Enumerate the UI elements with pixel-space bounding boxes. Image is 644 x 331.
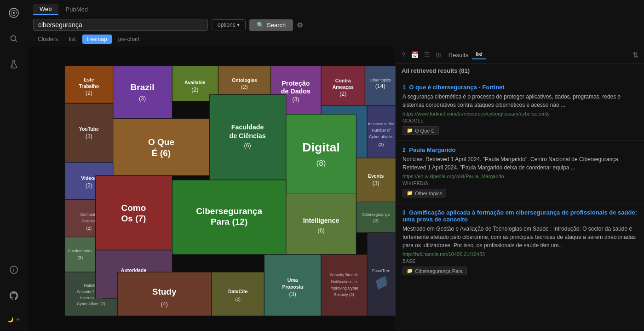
result-num-3: 3 xyxy=(402,209,406,216)
cell-foamtree[interactable] xyxy=(367,232,396,316)
chart-icon[interactable]: ⊞ xyxy=(436,51,441,58)
result-tag-text-3: Cibersegurança Para xyxy=(415,268,463,274)
result-url-3: http://hdl.handle.net/10400.21/16433 xyxy=(402,251,638,257)
tab-pubmed[interactable]: PubMed xyxy=(59,4,94,15)
result-num-1: 1 xyxy=(402,84,406,91)
result-url-2: https://en.wikipedia.org/wiki/Paula_Marg… xyxy=(402,174,638,179)
cell-ciberseg-para[interactable] xyxy=(172,180,286,255)
cell-ontologies[interactable] xyxy=(218,66,270,94)
cell-ciberseg2[interactable] xyxy=(356,202,396,233)
sidebar-icon-logo[interactable] xyxy=(6,5,22,21)
result-source-3: Base xyxy=(402,259,638,264)
result-tag-3[interactable]: 📁 Cibersegurança Para xyxy=(402,267,467,275)
cell-este-trabalho[interactable] xyxy=(65,66,113,103)
browser-tabs: Web PubMed xyxy=(33,4,638,15)
search-input-wrap xyxy=(33,19,208,31)
results-tab-list[interactable]: list xyxy=(472,50,486,59)
search-row: options ▾ 🔍 Search ⚙ xyxy=(33,19,638,35)
svg-point-8 xyxy=(13,268,14,269)
folder-icon-2: 📁 xyxy=(407,190,413,196)
cell-study[interactable] xyxy=(117,272,212,316)
view-treemap[interactable]: treemap xyxy=(82,35,112,44)
folder-icon-1: 📁 xyxy=(407,128,413,134)
result-url-1: https://www.fortinet.com/br/resources/cy… xyxy=(402,111,638,116)
search-button[interactable]: 🔍 Search xyxy=(249,19,293,31)
result-title-row-3: 3 Gamificação aplicada à formação em cib… xyxy=(402,209,638,223)
result-title-row-1: 1 O que é cibersegurança - Fortinet xyxy=(402,84,638,91)
svg-line-3 xyxy=(16,41,17,42)
cell-security-breach[interactable] xyxy=(321,255,367,316)
result-snippet-3: Mestrado em Gestão e Avaliação de Tecnol… xyxy=(402,225,638,250)
svg-point-5 xyxy=(14,67,14,67)
cell-contra-ameacas[interactable] xyxy=(321,66,365,105)
svg-point-4 xyxy=(12,66,13,67)
result-title-3[interactable]: Gamificação aplicada à formação em ciber… xyxy=(402,209,637,223)
content-area: Este Trabalho (2) Brazil (3) Available (… xyxy=(28,46,644,331)
treemap-svg: Este Trabalho (2) Brazil (3) Available (… xyxy=(28,46,396,331)
view-clusters[interactable]: Clusters xyxy=(33,35,63,44)
moon-icon: 🌙 xyxy=(7,317,14,323)
svg-point-1 xyxy=(13,12,15,14)
calendar-icon[interactable]: 📅 xyxy=(411,51,419,58)
advanced-settings-icon[interactable]: ⚙ xyxy=(297,21,303,29)
cell-youtube[interactable] xyxy=(65,103,113,163)
sidebar-icon-github[interactable] xyxy=(6,287,22,304)
result-tag-1[interactable]: 📁 O Que É xyxy=(402,126,439,135)
options-button[interactable]: options ▾ xyxy=(212,19,246,30)
results-label: Results xyxy=(448,52,468,58)
cell-como-os[interactable] xyxy=(96,175,172,250)
result-item-3: 3 Gamificação aplicada à formação em cib… xyxy=(396,203,644,281)
results-panel: ? 📅 ☰ ⊞ Results list ⇅ All retrieved res… xyxy=(396,46,644,331)
question-icon[interactable]: ? xyxy=(402,51,405,58)
result-item-2: 2 Paula Margarido Notícias. Retrieved 1 … xyxy=(396,141,644,203)
results-count: All retrieved results (81) xyxy=(396,64,644,78)
sidebar-icon-search[interactable] xyxy=(6,30,22,47)
cell-datacite[interactable] xyxy=(212,272,264,316)
sun-icon: ☀ xyxy=(16,317,20,323)
result-title-1[interactable]: O que é cibersegurança - Fortinet xyxy=(409,84,504,91)
sidebar: 🌙 ☀ xyxy=(0,0,28,331)
list-icon[interactable]: ☰ xyxy=(424,51,430,58)
result-tag-text-2: Other topics xyxy=(415,191,442,196)
result-title-row-2: 2 Paula Margarido xyxy=(402,146,638,153)
cell-increase-cyber[interactable] xyxy=(367,105,396,158)
cell-o-que-e[interactable] xyxy=(113,119,210,176)
sidebar-icon-info[interactable] xyxy=(6,261,22,278)
folder-icon-3: 📁 xyxy=(407,268,413,274)
result-snippet-2: Notícias. Retrieved 1 April 2024. "Paula… xyxy=(402,155,638,172)
sidebar-icon-flask[interactable] xyxy=(6,56,22,73)
result-num-2: 2 xyxy=(402,147,406,153)
result-title-2[interactable]: Paula Margarido xyxy=(409,146,455,153)
result-tag-text-1: O Que É xyxy=(415,128,435,134)
view-list[interactable]: list xyxy=(64,35,80,44)
cell-brazil[interactable] xyxy=(113,66,172,118)
result-snippet-1: A segurança cibernética é o processo de … xyxy=(402,93,638,109)
search-icon: 🔍 xyxy=(257,22,264,29)
theme-toggle[interactable]: 🌙 ☀ xyxy=(4,313,24,326)
result-tag-2[interactable]: 📁 Other topics xyxy=(402,189,446,197)
tab-web[interactable]: Web xyxy=(33,4,58,15)
result-source-1: Google xyxy=(402,118,638,123)
cell-uma-proposta[interactable] xyxy=(264,255,321,316)
cell-events[interactable] xyxy=(356,158,396,202)
search-input[interactable] xyxy=(38,21,203,29)
treemap-area: Este Trabalho (2) Brazil (3) Available (… xyxy=(28,46,396,331)
adjust-icon[interactable]: ⇅ xyxy=(632,51,638,59)
cell-other-topics[interactable] xyxy=(365,66,396,105)
result-item-1: 1 O que é cibersegurança - Fortinet A se… xyxy=(396,78,644,141)
result-source-2: Wikipedia xyxy=(402,181,638,186)
main-area: Web PubMed options ▾ 🔍 Search ⚙ Clusters… xyxy=(28,0,644,331)
topbar: Web PubMed options ▾ 🔍 Search ⚙ Clusters… xyxy=(28,0,644,46)
svg-point-2 xyxy=(11,36,16,41)
cell-faculdade[interactable] xyxy=(209,94,286,180)
view-pie-chart[interactable]: pie-chart xyxy=(114,35,144,44)
results-header: ? 📅 ☰ ⊞ Results list ⇅ xyxy=(396,46,644,64)
results-list: 1 O que é cibersegurança - Fortinet A se… xyxy=(396,78,644,331)
view-mode-row: Clusters list treemap pie-chart xyxy=(33,35,638,46)
cell-fundamentos[interactable] xyxy=(65,237,96,272)
cell-digital[interactable] xyxy=(286,114,356,193)
cell-intelligence[interactable] xyxy=(286,193,356,255)
